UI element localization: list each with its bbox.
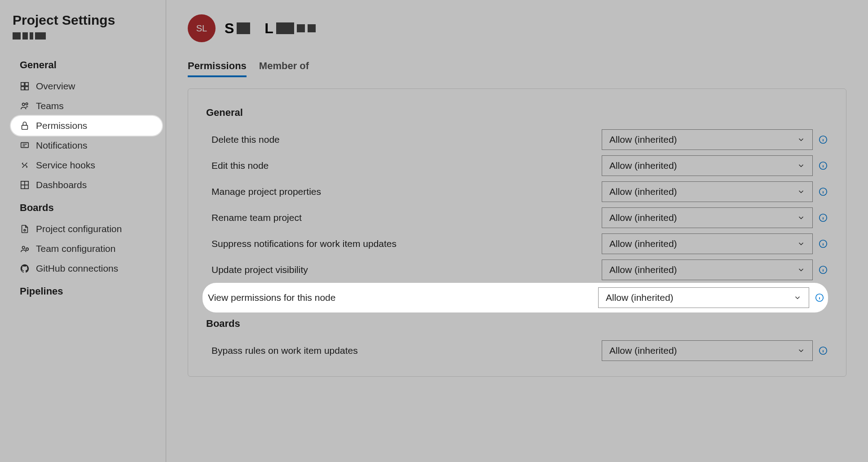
sidebar-item-label: Overview (36, 81, 75, 92)
svg-rect-0 (21, 83, 24, 86)
perm-label: Bypass rules on work item updates (206, 345, 596, 356)
teamconfig-icon (20, 244, 30, 254)
sidebar-title: Project Settings (13, 13, 153, 28)
chevron-down-icon (797, 240, 805, 248)
sidebar-item-label: GitHub connections (36, 263, 118, 274)
perm-section-general: General (206, 101, 828, 127)
sidebar-section-pipelines: Pipelines (0, 278, 166, 303)
projectconfig-icon (20, 224, 30, 234)
perm-select[interactable]: Allow (inherited) (602, 129, 813, 150)
info-icon[interactable] (818, 187, 828, 197)
svg-rect-7 (21, 143, 29, 148)
chevron-down-icon (793, 294, 802, 302)
teams-icon (20, 101, 30, 111)
svg-point-5 (26, 103, 28, 105)
servicehooks-icon (20, 160, 30, 170)
sidebar-section-boards: Boards (0, 195, 166, 219)
sidebar-item-notifications[interactable]: Notifications (0, 136, 166, 155)
sidebar-item-label: Project configuration (36, 224, 122, 234)
info-icon[interactable] (815, 293, 824, 303)
sidebar-item-team-configuration[interactable]: Team configuration (0, 239, 166, 259)
perm-row-manage-properties: Manage project properties Allow (inherit… (206, 179, 828, 205)
sidebar-item-label: Dashboards (36, 180, 87, 190)
sidebar-item-dashboards[interactable]: Dashboards (0, 175, 166, 195)
user-header: SL S L (188, 14, 846, 42)
sidebar-item-label: Teams (36, 101, 64, 111)
sidebar-item-label: Permissions (36, 120, 87, 131)
lock-icon (20, 121, 30, 131)
svg-point-4 (22, 103, 25, 106)
perm-label: Suppress notifications for work item upd… (206, 238, 596, 249)
avatar: SL (188, 14, 216, 42)
perm-label: Delete this node (206, 134, 596, 145)
sidebar-item-label: Notifications (36, 140, 87, 151)
sidebar-item-label: Service hooks (36, 160, 95, 171)
perm-label: Edit this node (206, 160, 596, 171)
svg-rect-3 (25, 87, 28, 90)
perm-label: View permissions for this node (203, 292, 593, 303)
svg-rect-6 (22, 125, 28, 129)
perm-select[interactable]: Allow (inherited) (602, 260, 813, 280)
chevron-down-icon (797, 136, 805, 144)
notifications-icon (20, 141, 30, 150)
sidebar: Project Settings General Overview Teams … (0, 0, 166, 462)
info-icon[interactable] (818, 265, 828, 275)
dashboards-icon (20, 180, 30, 190)
sidebar-item-permissions[interactable]: Permissions (11, 116, 162, 136)
main-content: SL S L Permissions Member of General Del… (166, 0, 868, 462)
perm-label: Rename team project (206, 212, 596, 223)
perm-select[interactable]: Allow (inherited) (602, 155, 813, 176)
perm-row-suppress-notifications: Suppress notifications for work item upd… (206, 231, 828, 257)
sidebar-item-github-connections[interactable]: GitHub connections (0, 259, 166, 278)
tab-permissions[interactable]: Permissions (188, 57, 247, 77)
perm-row-rename-project: Rename team project Allow (inherited) (206, 205, 828, 231)
chevron-down-icon (797, 162, 805, 170)
sidebar-item-overview[interactable]: Overview (0, 76, 166, 96)
sidebar-item-project-configuration[interactable]: Project configuration (0, 219, 166, 239)
perm-row-edit-node: Edit this node Allow (inherited) (206, 153, 828, 179)
sidebar-subtitle (13, 32, 153, 40)
perm-row-bypass-rules: Bypass rules on work item updates Allow … (206, 338, 828, 364)
info-icon[interactable] (818, 239, 828, 249)
perm-row-delete-node: Delete this node Allow (inherited) (206, 127, 828, 153)
info-icon[interactable] (818, 135, 828, 145)
tab-member-of[interactable]: Member of (259, 57, 309, 77)
svg-point-9 (24, 229, 26, 231)
sidebar-section-general: General (0, 52, 166, 76)
info-icon[interactable] (818, 213, 828, 223)
perm-row-view-permissions: View permissions for this node Allow (in… (203, 283, 828, 312)
perm-label: Update project visibility (206, 264, 596, 275)
perm-row-update-visibility: Update project visibility Allow (inherit… (206, 257, 828, 283)
perm-select[interactable]: Allow (inherited) (598, 287, 809, 308)
sidebar-item-label: Team configuration (36, 243, 115, 254)
chevron-down-icon (797, 188, 805, 196)
tabs: Permissions Member of (188, 57, 846, 78)
chevron-down-icon (797, 266, 805, 274)
svg-rect-2 (21, 87, 24, 90)
perm-select[interactable]: Allow (inherited) (602, 233, 813, 254)
perm-select[interactable]: Allow (inherited) (602, 181, 813, 202)
perm-select[interactable]: Allow (inherited) (602, 340, 813, 361)
perm-section-boards: Boards (206, 312, 828, 338)
info-icon[interactable] (818, 161, 828, 171)
perm-select[interactable]: Allow (inherited) (602, 207, 813, 228)
svg-rect-1 (25, 83, 28, 86)
permissions-panel: General Delete this node Allow (inherite… (188, 88, 846, 377)
chevron-down-icon (797, 214, 805, 222)
user-name: S L (225, 20, 316, 37)
perm-label: Manage project properties (206, 186, 596, 197)
sidebar-item-service-hooks[interactable]: Service hooks (0, 155, 166, 175)
chevron-down-icon (797, 347, 805, 355)
github-icon (20, 264, 30, 273)
info-icon[interactable] (818, 346, 828, 356)
sidebar-item-teams[interactable]: Teams (0, 96, 166, 116)
overview-icon (20, 81, 30, 91)
svg-point-10 (22, 246, 25, 249)
